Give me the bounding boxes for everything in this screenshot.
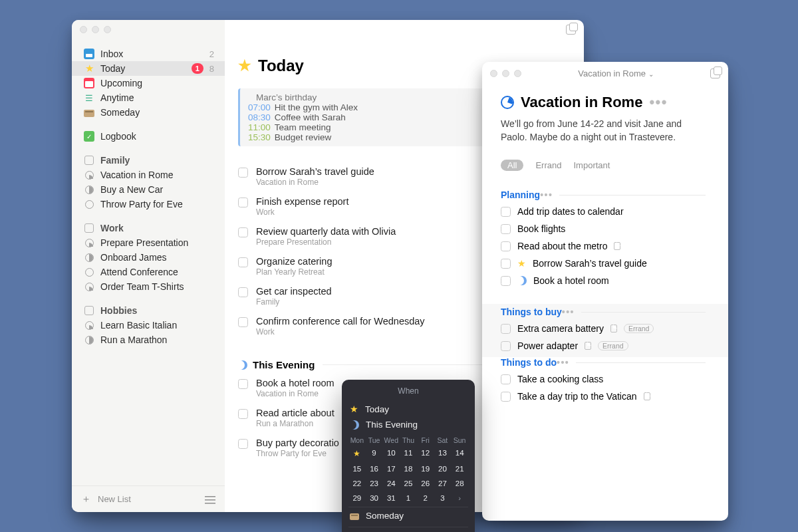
task-checkbox[interactable]	[238, 227, 248, 237]
calendar-day[interactable]: 27	[434, 477, 452, 489]
task-row[interactable]: Take a day trip to the Vatican	[501, 388, 710, 405]
sidebar-project[interactable]: Prepare Presentation	[72, 235, 225, 250]
tag-chip[interactable]: Errand	[598, 341, 628, 350]
filter-errand[interactable]: Errand	[535, 160, 561, 170]
sidebar-today[interactable]: ★ Today 1 8	[72, 61, 225, 76]
task-checkbox[interactable]	[501, 207, 511, 217]
calendar-day[interactable]: 22	[348, 477, 366, 489]
calendar-day[interactable]: 23	[366, 477, 383, 489]
when-today[interactable]: ★ Today	[348, 401, 468, 417]
task-checkbox[interactable]	[238, 198, 248, 207]
task-checkbox[interactable]	[238, 379, 248, 389]
calendar-day[interactable]: 25	[400, 477, 417, 489]
minimize-dot[interactable]	[92, 26, 99, 33]
sidebar-logbook[interactable]: Logbook	[72, 129, 225, 144]
sidebar-area-header[interactable]: Family	[72, 153, 225, 168]
when-this-evening[interactable]: This Evening	[348, 417, 468, 432]
calendar-day[interactable]: 31	[382, 492, 400, 504]
task-checkbox[interactable]	[238, 439, 248, 449]
task-row[interactable]: Add trip dates to calendar	[501, 203, 710, 220]
task-row[interactable]: Power adapter Errand	[501, 337, 710, 354]
section-menu-icon[interactable]: •••	[540, 190, 553, 200]
task-checkbox[interactable]	[501, 241, 511, 251]
new-list-button[interactable]: New List	[98, 494, 131, 504]
settings-sliders-icon[interactable]	[205, 495, 215, 504]
calendar-day[interactable]: 14	[451, 447, 468, 460]
calendar-day[interactable]: 16	[366, 463, 383, 475]
section-heading[interactable]: Things to buy •••	[501, 307, 710, 317]
zoom-dot[interactable]	[514, 70, 521, 77]
sidebar-someday[interactable]: Someday	[72, 105, 225, 120]
mini-calendar[interactable]: MonTueWedThuFriSatSun★910111213141516171…	[348, 436, 468, 504]
sidebar-inbox[interactable]: Inbox 2	[72, 47, 225, 61]
section-menu-icon[interactable]: •••	[557, 357, 569, 368]
calendar-day[interactable]: 15	[348, 463, 366, 475]
task-row[interactable]: Read about the metro	[501, 237, 710, 255]
when-someday[interactable]: Someday	[348, 507, 468, 524]
calendar-day[interactable]: 11	[400, 447, 417, 460]
calendar-day[interactable]: 10	[382, 447, 400, 460]
task-row[interactable]: Book a hotel room	[501, 272, 710, 289]
sidebar-project[interactable]: Learn Basic Italian	[72, 318, 225, 332]
new-window-icon[interactable]	[710, 68, 720, 78]
task-row[interactable]: Take a cooking class	[501, 370, 710, 388]
task-checkbox[interactable]	[238, 257, 248, 267]
section-heading[interactable]: Planning •••	[501, 190, 710, 200]
task-checkbox[interactable]	[238, 317, 248, 327]
minimize-dot[interactable]	[502, 70, 509, 77]
calendar-day[interactable]: 20	[434, 463, 452, 475]
sidebar-area-header[interactable]: Hobbies	[72, 303, 225, 318]
sidebar-project[interactable]: Run a Marathon	[72, 332, 225, 347]
task-checkbox[interactable]	[501, 392, 511, 402]
calendar-day[interactable]: 29	[348, 492, 366, 504]
close-dot[interactable]	[80, 26, 87, 33]
sidebar-project[interactable]: Buy a New Car	[72, 182, 225, 197]
task-checkbox[interactable]	[501, 341, 511, 351]
sidebar-project[interactable]: Attend Conference	[72, 265, 225, 279]
calendar-day[interactable]: ›	[451, 492, 468, 504]
sidebar-project[interactable]: Order Team T-Shirts	[72, 279, 225, 294]
add-reminder[interactable]: ＋ Add Reminder	[348, 527, 468, 532]
calendar-day[interactable]: 1	[400, 492, 417, 504]
task-checkbox[interactable]	[501, 224, 511, 234]
calendar-day[interactable]: 28	[451, 477, 468, 489]
calendar-day[interactable]: 13	[434, 447, 452, 460]
section-heading[interactable]: Things to do •••	[501, 357, 710, 368]
calendar-day[interactable]: 18	[400, 463, 417, 475]
calendar-day[interactable]: ★	[348, 447, 366, 460]
task-checkbox[interactable]	[238, 287, 248, 297]
project-notes[interactable]: We’ll go from June 14-22 and visit Jane …	[501, 118, 710, 144]
calendar-day[interactable]: 9	[366, 447, 383, 460]
calendar-day[interactable]: 19	[417, 463, 434, 475]
calendar-day[interactable]: 3	[434, 492, 452, 504]
close-dot[interactable]	[490, 70, 497, 77]
sidebar-anytime[interactable]: ☰ Anytime	[72, 90, 225, 105]
filter-all[interactable]: All	[501, 160, 523, 171]
calendar-day[interactable]: 26	[417, 477, 434, 489]
task-checkbox[interactable]	[501, 324, 511, 334]
calendar-day[interactable]: 30	[366, 492, 383, 504]
sidebar-project[interactable]: Throw Party for Eve	[72, 197, 225, 211]
sidebar-upcoming[interactable]: Upcoming	[72, 76, 225, 90]
calendar-day[interactable]: 24	[382, 477, 400, 489]
task-checkbox[interactable]	[501, 259, 511, 269]
more-menu-icon[interactable]: •••	[649, 94, 668, 111]
project-window-title[interactable]: Vacation in Rome ⌄	[526, 68, 706, 78]
sidebar-project[interactable]: Vacation in Rome	[72, 168, 225, 182]
task-row[interactable]: Extra camera battery Errand	[501, 320, 710, 337]
calendar-day[interactable]: 21	[451, 463, 468, 475]
tag-chip[interactable]: Errand	[624, 324, 654, 333]
calendar-day[interactable]: 2	[417, 492, 434, 504]
calendar-day[interactable]: 12	[417, 447, 434, 460]
task-row[interactable]: ★ Borrow Sarah’s travel guide	[501, 255, 710, 272]
zoom-dot[interactable]	[104, 26, 111, 33]
filter-important[interactable]: Important	[573, 160, 610, 170]
task-checkbox[interactable]	[238, 168, 248, 178]
task-checkbox[interactable]	[238, 409, 248, 419]
task-checkbox[interactable]	[501, 276, 511, 286]
new-window-icon[interactable]	[566, 25, 576, 35]
section-menu-icon[interactable]: •••	[562, 307, 575, 317]
sidebar-area-header[interactable]: Work	[72, 221, 225, 235]
sidebar-project[interactable]: Onboard James	[72, 250, 225, 265]
calendar-day[interactable]: 17	[382, 463, 400, 475]
